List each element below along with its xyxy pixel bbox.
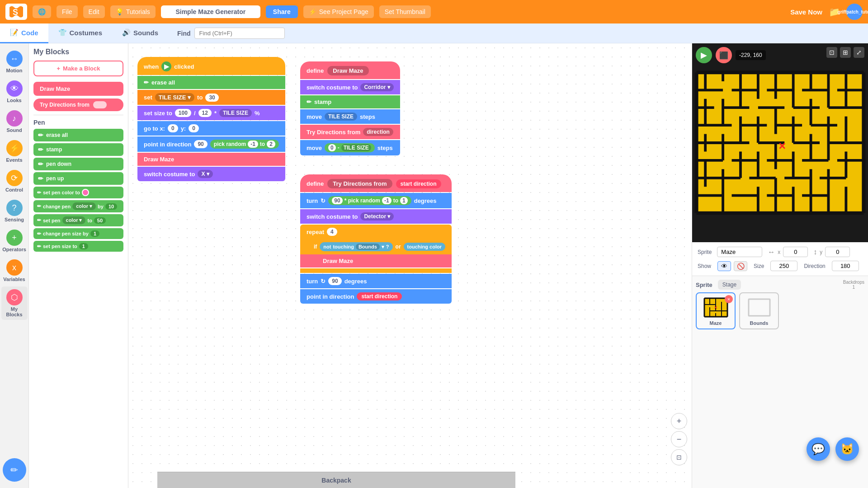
repeat-4-block[interactable]: repeat 4: [300, 225, 452, 239]
repeat-count[interactable]: 4: [327, 228, 337, 236]
tab-costumes[interactable]: 👕 Costumes: [48, 23, 113, 43]
turn-90-val[interactable]: 90: [328, 277, 341, 285]
random-max[interactable]: 2: [267, 141, 275, 148]
move-neg-tile-block[interactable]: move 0 - TILE SIZE steps: [300, 140, 400, 155]
turn-random-block[interactable]: turn ↻ 90 * pick random -1 to 1 degrees: [300, 193, 452, 208]
globe-button[interactable]: 🌐: [33, 5, 51, 18]
sidebar-item-control[interactable]: ⟳ Control: [1, 167, 28, 195]
x-input[interactable]: [783, 247, 808, 257]
switch-costume-x-block[interactable]: switch costume to X ▾: [137, 167, 285, 181]
random-min[interactable]: -1: [248, 141, 258, 148]
find-input[interactable]: [194, 28, 285, 39]
turn-max[interactable]: 1: [400, 197, 408, 204]
zoom-fit-button[interactable]: ⊡: [671, 449, 687, 465]
project-name-input[interactable]: [161, 5, 260, 18]
share-button[interactable]: Share: [266, 5, 298, 18]
sidebar-item-variables[interactable]: x Variables: [1, 257, 28, 285]
corridor-dropdown[interactable]: Corridor ▾: [360, 83, 393, 91]
zoom-in-button[interactable]: +: [671, 413, 687, 429]
green-flag-button[interactable]: ▶: [696, 47, 712, 63]
switch-detector-block[interactable]: switch costume to Detector ▾: [300, 209, 452, 224]
set-thumbnail-button[interactable]: Set Thumbnail: [379, 5, 431, 18]
pen-stamp-block[interactable]: ✏ stamp: [33, 143, 123, 156]
y-val[interactable]: 0: [189, 124, 199, 132]
detector-dropdown[interactable]: Detector ▾: [360, 212, 394, 221]
when-flag-clicked-block[interactable]: when ▶ clicked: [137, 57, 285, 75]
costume-x-dropdown[interactable]: X ▾: [198, 170, 212, 178]
sidebar-item-motion[interactable]: ↔ Motion: [1, 48, 28, 76]
user-avatar[interactable]: griffpatch_tutor: [846, 4, 863, 20]
sidebar-item-operators[interactable]: + Operators: [1, 227, 28, 255]
tile-size-value[interactable]: 30: [205, 94, 218, 102]
sprite-thumb-maze[interactable]: ×: [696, 292, 736, 329]
dir-90[interactable]: 90: [194, 140, 207, 148]
sidebar-item-sound[interactable]: ♪ Sound: [1, 108, 28, 136]
size-input[interactable]: [770, 261, 797, 271]
zoom-out-button[interactable]: −: [671, 431, 687, 447]
sprite-delete-maze-button[interactable]: ×: [725, 295, 733, 303]
erase-all-block[interactable]: ✏ erase all: [137, 76, 285, 89]
try-directions-block[interactable]: Try Directions from: [33, 99, 123, 111]
larger-stage-button[interactable]: ⊞: [840, 47, 851, 58]
x-val[interactable]: 0: [168, 124, 178, 132]
scratch-logo[interactable]: S: [5, 4, 27, 20]
y-input[interactable]: [825, 247, 850, 257]
show-visible-button[interactable]: 👁: [717, 261, 731, 271]
sidebar-item-looks[interactable]: 👁 Looks: [1, 78, 28, 106]
zero-val[interactable]: 0: [328, 144, 336, 151]
stamp-block[interactable]: ✏ stamp: [300, 95, 400, 108]
pick-random-block[interactable]: pick random -1 to 2: [210, 140, 279, 149]
fullscreen-button[interactable]: ⤢: [854, 47, 864, 58]
go-to-xy-block[interactable]: go to x: 0 y: 0: [137, 121, 285, 136]
tab-code[interactable]: 📝 Code: [0, 23, 48, 43]
define-try-directions-block[interactable]: define Try Directions from start directi…: [300, 174, 452, 192]
sprite-thumb-bounds[interactable]: Bounds: [739, 292, 779, 329]
add-extension-button[interactable]: ✏: [3, 458, 26, 482]
size-12[interactable]: 12: [198, 109, 212, 117]
pen-down-block[interactable]: ✏ pen down: [33, 158, 123, 170]
draw-maze-block[interactable]: Draw Maze: [33, 82, 123, 96]
tab-sounds[interactable]: 🔊 Sounds: [112, 23, 168, 43]
stop-button[interactable]: ⬛: [716, 47, 732, 63]
direction-input[interactable]: [832, 261, 859, 271]
file-button[interactable]: File: [57, 5, 78, 18]
turn-90[interactable]: 90: [332, 197, 342, 204]
save-now-button[interactable]: Save Now: [790, 8, 822, 16]
set-size-block[interactable]: set size to 100 / 12 * TILE SIZE %: [137, 106, 285, 120]
if-block[interactable]: if not touching Bounds ▾ ? or touching c…: [300, 239, 452, 254]
turn-90-block[interactable]: turn ↻ 90 degrees: [300, 274, 452, 288]
point-direction-block[interactable]: point in direction 90 pick random -1 to …: [137, 136, 285, 152]
backpack-bar[interactable]: Backpack: [157, 472, 515, 488]
size-100[interactable]: 100: [175, 109, 191, 117]
show-hidden-button[interactable]: 🚫: [734, 261, 747, 271]
change-pen-size-block[interactable]: ✏ change pen size by 1: [33, 228, 123, 239]
point-start-direction-block[interactable]: point in direction start direction: [300, 289, 452, 304]
define-draw-maze-block[interactable]: define Draw Maze: [300, 61, 400, 79]
see-project-button[interactable]: ⚡ See Project Page: [303, 5, 374, 18]
pen-property-dropdown[interactable]: color ▾: [62, 216, 86, 224]
turn-min[interactable]: -1: [382, 197, 392, 204]
sidebar-item-events[interactable]: ⚡ Events: [1, 137, 28, 165]
tutorials-button[interactable]: 💡 Tutorials: [110, 5, 156, 18]
set-pen-color-block[interactable]: ✏ set pen color to: [33, 187, 123, 198]
pen-up-block[interactable]: ✏ pen up: [33, 172, 123, 185]
move-tile-size-block[interactable]: move TILE SIZE steps: [300, 109, 400, 124]
stage-tab-btn[interactable]: Stage: [718, 280, 741, 290]
edit-button[interactable]: Edit: [83, 5, 105, 18]
draw-maze-nested-block[interactable]: Draw Maze: [300, 254, 452, 267]
switch-corridor-block[interactable]: switch costume to Corridor ▾: [300, 80, 400, 94]
smaller-stage-button[interactable]: ⊡: [826, 47, 837, 58]
sprite-name-input[interactable]: [717, 247, 762, 257]
set-pen-size-block[interactable]: ✏ set pen size to 1: [33, 241, 123, 252]
sidebar-item-myblocks[interactable]: ⬡ My Blocks: [1, 286, 28, 320]
sprite-tab-label[interactable]: Sprite: [696, 282, 712, 288]
pen-erase-all-block[interactable]: ✏ erase all: [33, 129, 123, 141]
change-pen-color-block[interactable]: ✏ change pen color ▾ by 10: [33, 200, 123, 212]
scripts-area[interactable]: when ▶ clicked ✏ erase all set TILE SIZE…: [128, 43, 692, 488]
add-sprite-button[interactable]: 🐱: [835, 437, 859, 461]
try-directions-call-block[interactable]: Try Directions from direction: [300, 125, 400, 139]
make-block-button[interactable]: + Make a Block: [33, 61, 123, 76]
add-backdrop-button[interactable]: 💬: [807, 437, 830, 461]
set-tile-size-block[interactable]: set TILE SIZE ▾ to 30: [137, 90, 285, 105]
set-pen-color-num-block[interactable]: ✏ set pen color ▾ to 50: [33, 214, 123, 226]
